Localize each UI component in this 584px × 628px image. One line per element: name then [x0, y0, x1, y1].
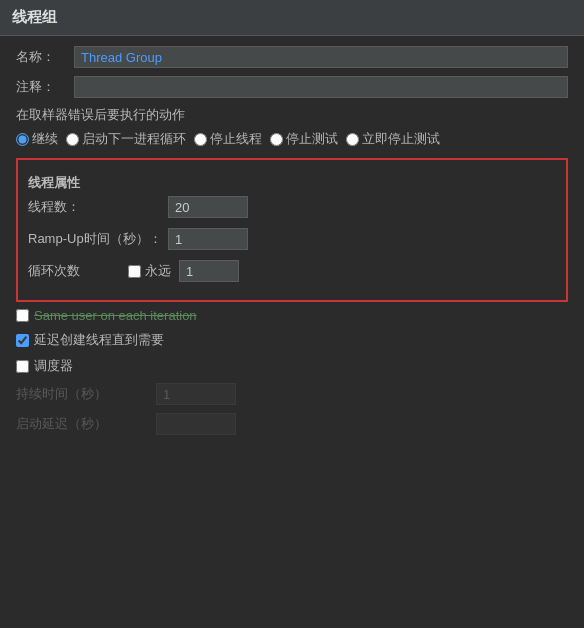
ramp-up-row: Ramp-Up时间（秒）：: [28, 228, 556, 250]
duration-input[interactable]: [156, 383, 236, 405]
thread-props-title: 线程属性: [28, 174, 556, 192]
action-stop-test[interactable]: 停止测试: [270, 130, 338, 148]
action-continue-label: 继续: [32, 130, 58, 148]
action-stop-thread-label: 停止线程: [210, 130, 262, 148]
action-radio-row: 继续 启动下一进程循环 停止线程 停止测试 立即停止测试: [16, 130, 568, 148]
same-user-checkbox[interactable]: [16, 309, 29, 322]
forever-option[interactable]: 永远: [128, 262, 171, 280]
ramp-up-input[interactable]: [168, 228, 248, 250]
ramp-up-label: Ramp-Up时间（秒）：: [28, 230, 168, 248]
same-user-label: Same user on each iteration: [34, 308, 197, 323]
action-label: 在取样器错误后要执行的动作: [16, 106, 568, 124]
action-stop-now[interactable]: 立即停止测试: [346, 130, 440, 148]
comment-row: 注释：: [16, 76, 568, 98]
startup-delay-input[interactable]: [156, 413, 236, 435]
delay-create-label: 延迟创建线程直到需要: [34, 331, 164, 349]
delay-create-row[interactable]: 延迟创建线程直到需要: [16, 331, 568, 349]
comment-input[interactable]: [74, 76, 568, 98]
forever-label: 永远: [145, 262, 171, 280]
action-stop-now-label: 立即停止测试: [362, 130, 440, 148]
same-user-row[interactable]: Same user on each iteration: [16, 308, 568, 323]
forever-checkbox[interactable]: [128, 265, 141, 278]
scheduler-checkbox[interactable]: [16, 360, 29, 373]
thread-count-input[interactable]: [168, 196, 248, 218]
name-row: 名称：: [16, 46, 568, 68]
scheduler-row[interactable]: 调度器: [16, 357, 568, 375]
startup-delay-row: 启动延迟（秒）: [16, 413, 568, 435]
name-label: 名称：: [16, 48, 66, 66]
thread-count-label: 线程数：: [28, 198, 168, 216]
action-continue[interactable]: 继续: [16, 130, 58, 148]
comment-label: 注释：: [16, 78, 66, 96]
title-bar: 线程组: [0, 0, 584, 36]
loop-label: 循环次数: [28, 262, 128, 280]
delay-create-checkbox[interactable]: [16, 334, 29, 347]
loop-count-input[interactable]: [179, 260, 239, 282]
loop-row: 循环次数 永远: [28, 260, 556, 282]
action-stop-test-label: 停止测试: [286, 130, 338, 148]
action-start-next[interactable]: 启动下一进程循环: [66, 130, 186, 148]
name-input[interactable]: [74, 46, 568, 68]
duration-label: 持续时间（秒）: [16, 385, 156, 403]
thread-count-row: 线程数：: [28, 196, 556, 218]
startup-delay-label: 启动延迟（秒）: [16, 415, 156, 433]
page-title: 线程组: [12, 8, 57, 25]
scheduler-label: 调度器: [34, 357, 73, 375]
thread-props-box: 线程属性 线程数： Ramp-Up时间（秒）： 循环次数 永远: [16, 158, 568, 302]
action-start-next-label: 启动下一进程循环: [82, 130, 186, 148]
duration-row: 持续时间（秒）: [16, 383, 568, 405]
action-stop-thread[interactable]: 停止线程: [194, 130, 262, 148]
